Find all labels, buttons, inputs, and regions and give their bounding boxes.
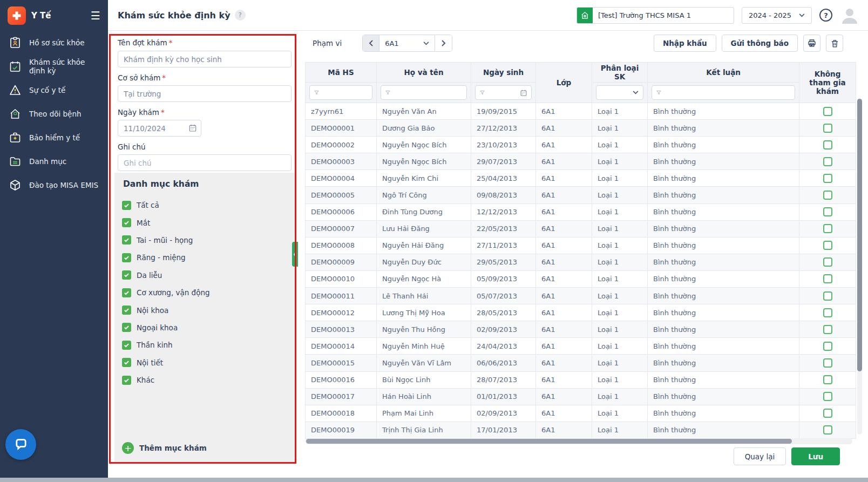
not-participating-checkbox[interactable] bbox=[823, 308, 832, 317]
not-participating-checkbox[interactable] bbox=[823, 274, 832, 283]
cell-phan-loai-sk: Loại 1 bbox=[592, 103, 648, 120]
not-participating-checkbox[interactable] bbox=[823, 207, 832, 216]
filter-ngay-sinh[interactable] bbox=[475, 85, 532, 100]
sidebar-item-ho-so-suc-khoe[interactable]: Hồ sơ sức khỏe bbox=[0, 31, 108, 55]
checked-checkbox-icon[interactable] bbox=[122, 358, 131, 367]
back-button[interactable]: Quay lại bbox=[734, 447, 786, 465]
filter-ho-va-ten-input[interactable] bbox=[394, 89, 463, 97]
cell-phan-loai-sk: Loại 1 bbox=[592, 187, 648, 203]
page-help-icon[interactable]: ? bbox=[235, 10, 246, 21]
table-row: DEMO00005 Ngô Trí Công 09/08/2013 6A1 Lo… bbox=[306, 187, 856, 203]
exam-facility-input[interactable] bbox=[118, 85, 291, 102]
help-icon[interactable]: ? bbox=[819, 9, 832, 22]
exam-category-checkbox-item[interactable]: Tất cả bbox=[122, 196, 287, 214]
print-button[interactable] bbox=[803, 35, 820, 52]
not-participating-checkbox[interactable] bbox=[823, 325, 832, 334]
filter-ma-hs[interactable] bbox=[309, 85, 372, 100]
checked-checkbox-icon[interactable] bbox=[122, 323, 131, 332]
exam-name-input[interactable] bbox=[118, 51, 291, 67]
not-participating-checkbox[interactable] bbox=[823, 342, 832, 351]
checked-checkbox-icon[interactable] bbox=[122, 253, 131, 262]
panel-collapse-handle[interactable]: ❮ bbox=[292, 242, 298, 267]
exam-category-checkbox-item[interactable]: Tai - mũi - họng bbox=[122, 232, 287, 249]
not-participating-checkbox[interactable] bbox=[823, 375, 832, 384]
not-participating-checkbox[interactable] bbox=[823, 124, 832, 133]
checked-checkbox-icon[interactable] bbox=[122, 201, 131, 210]
checked-checkbox-icon[interactable] bbox=[122, 235, 131, 245]
filter-ket-luan[interactable] bbox=[652, 85, 795, 100]
horizontal-scrollbar[interactable] bbox=[305, 438, 852, 444]
not-participating-checkbox[interactable] bbox=[823, 409, 832, 418]
cell-phan-loai-sk: Loại 1 bbox=[592, 120, 648, 137]
hamburger-menu-icon[interactable]: ☰ bbox=[91, 10, 100, 21]
chevron-down-icon bbox=[423, 42, 429, 45]
school-year-select[interactable]: 2024 - 2025 bbox=[742, 7, 812, 24]
cell-phan-loai-sk: Loại 1 bbox=[592, 321, 648, 338]
school-name: [Test] Trường THCS MISA 1 bbox=[593, 11, 696, 19]
scope-class-select[interactable]: 6A1 bbox=[379, 35, 435, 51]
save-button[interactable]: Lưu bbox=[791, 447, 840, 465]
exam-category-checkbox-item[interactable]: Cơ xương, vận động bbox=[122, 284, 287, 301]
cell-phan-loai-sk: Loại 1 bbox=[592, 254, 648, 270]
filter-ho-va-ten[interactable] bbox=[381, 85, 467, 100]
sidebar-item-bao-hiem-y-te[interactable]: Bảo hiểm y tế bbox=[0, 126, 108, 150]
exam-category-checkbox-item[interactable]: Nội khoa bbox=[122, 301, 287, 318]
checked-checkbox-icon[interactable] bbox=[122, 270, 131, 280]
checked-checkbox-icon[interactable] bbox=[122, 376, 131, 385]
exam-note-input[interactable] bbox=[118, 154, 291, 171]
cell-lop: 6A1 bbox=[536, 355, 592, 371]
exam-category-checkbox-item[interactable]: Răng - miệng bbox=[122, 249, 287, 266]
filter-ket-luan-input[interactable] bbox=[664, 89, 791, 97]
horizontal-scrollbar-thumb[interactable] bbox=[306, 439, 792, 444]
not-participating-checkbox[interactable] bbox=[823, 157, 832, 166]
checked-checkbox-icon[interactable] bbox=[122, 218, 131, 227]
filter-ngay-sinh-input[interactable] bbox=[488, 89, 517, 97]
exam-setup-panel: Tên đợt khám* Cơ sở khám* Ngày khám* Ghi… bbox=[108, 31, 301, 478]
sidebar-item-theo-doi-benh[interactable]: Theo dõi bệnh bbox=[0, 102, 108, 126]
exam-category-checkbox-item[interactable]: Nội tiết bbox=[122, 354, 287, 371]
delete-button[interactable] bbox=[826, 35, 843, 52]
chat-support-button[interactable] bbox=[5, 429, 36, 460]
sidebar-item-danh-muc[interactable]: Danh mục bbox=[0, 150, 108, 173]
filter-ma-hs-input[interactable] bbox=[322, 89, 368, 97]
bottom-scroll-strip[interactable] bbox=[0, 478, 868, 482]
vertical-scrollbar-thumb[interactable] bbox=[857, 99, 862, 371]
sidebar-item-dao-tao-misa-emis[interactable]: Đào tạo MISA EMIS bbox=[0, 173, 108, 197]
not-participating-checkbox[interactable] bbox=[823, 291, 832, 301]
vertical-scrollbar[interactable] bbox=[857, 99, 862, 435]
page-title: Khám sức khỏe định kỳ bbox=[118, 10, 230, 21]
import-button[interactable]: Nhập khẩu bbox=[654, 35, 716, 52]
sidebar-item-su-co-y-te[interactable]: Sự cố y tế bbox=[0, 78, 108, 102]
not-participating-checkbox[interactable] bbox=[823, 107, 832, 116]
not-participating-checkbox[interactable] bbox=[823, 358, 832, 368]
not-participating-checkbox[interactable] bbox=[823, 191, 832, 200]
checked-checkbox-icon[interactable] bbox=[122, 306, 131, 315]
scope-next-button[interactable] bbox=[435, 35, 452, 51]
exam-category-checkbox-item[interactable]: Da liễu bbox=[122, 267, 287, 284]
sidebar-item-kham-suc-khoe-dinh-ky[interactable]: Khám sức khỏe định kỳ bbox=[0, 55, 108, 78]
not-participating-checkbox[interactable] bbox=[823, 224, 832, 233]
cell-ma-hs: z7yyrn61 bbox=[306, 103, 377, 120]
user-avatar[interactable] bbox=[840, 5, 859, 25]
checked-checkbox-icon[interactable] bbox=[122, 341, 131, 350]
exam-category-checkbox-item[interactable]: Khác bbox=[122, 371, 287, 389]
not-participating-checkbox[interactable] bbox=[823, 241, 832, 250]
calendar-icon[interactable] bbox=[188, 124, 197, 132]
add-exam-item-button[interactable]: + Thêm mục khám bbox=[122, 442, 207, 454]
not-participating-checkbox[interactable] bbox=[823, 425, 832, 435]
calendar-icon[interactable] bbox=[520, 89, 527, 97]
checked-checkbox-icon[interactable] bbox=[122, 288, 131, 297]
not-participating-checkbox[interactable] bbox=[823, 257, 832, 267]
not-participating-checkbox[interactable] bbox=[823, 174, 832, 183]
filter-phan-loai-sk-select[interactable] bbox=[596, 85, 643, 100]
not-participating-checkbox[interactable] bbox=[823, 392, 832, 401]
exam-category-checkbox-item[interactable]: Thần kinh bbox=[122, 336, 287, 354]
not-participating-checkbox[interactable] bbox=[823, 140, 832, 150]
school-selector[interactable]: [Test] Trường THCS MISA 1 bbox=[577, 7, 734, 24]
exam-category-label: Nội tiết bbox=[137, 358, 163, 367]
cell-ho-va-ten: Bùi Ngọc Linh bbox=[377, 371, 471, 388]
send-notification-button[interactable]: Gửi thông báo bbox=[722, 35, 798, 52]
scope-prev-button[interactable] bbox=[363, 35, 379, 51]
exam-category-checkbox-item[interactable]: Ngoại khoa bbox=[122, 319, 287, 336]
exam-category-checkbox-item[interactable]: Mắt bbox=[122, 214, 287, 231]
